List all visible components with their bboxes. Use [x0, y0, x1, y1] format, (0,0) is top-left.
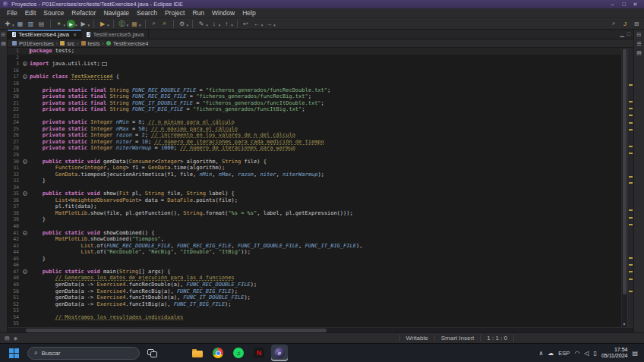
breadcrumb-item-tests[interactable]: tests	[88, 40, 100, 47]
battery-icon[interactable]: ▯	[594, 350, 597, 357]
warning-mark[interactable]	[629, 129, 633, 131]
warning-mark[interactable]	[629, 146, 633, 147]
taskbar-app-eclipse[interactable]: e	[271, 345, 288, 361]
warning-mark[interactable]	[629, 182, 633, 184]
task-view-button[interactable]	[147, 349, 157, 357]
quick-access-icon[interactable]: ⌕	[609, 19, 618, 28]
menu-project[interactable]: Project	[161, 9, 188, 17]
forward-icon-dropdown[interactable]: ▾	[273, 23, 276, 27]
save-all-icon[interactable]: ▥	[27, 19, 36, 28]
taskbar-app-spotify[interactable]: ♫	[230, 345, 247, 361]
back-icon-dropdown[interactable]: ▾	[261, 23, 264, 27]
fold-marker[interactable]: −	[21, 191, 28, 196]
warning-mark[interactable]	[629, 264, 633, 266]
folded-region-box[interactable]	[102, 62, 107, 66]
fold-marker[interactable]: −	[21, 269, 28, 274]
coverage-icon-dropdown[interactable]: ▾	[107, 23, 109, 27]
language-indicator[interactable]: ESP	[558, 350, 570, 357]
close-button[interactable]: ✕	[630, 0, 641, 8]
fold-marker[interactable]: −	[21, 74, 28, 79]
warning-mark[interactable]	[629, 108, 633, 109]
warning-mark[interactable]	[629, 101, 633, 102]
forward-icon[interactable]: →	[264, 19, 273, 28]
new-package-icon-dropdown[interactable]: ▾	[139, 23, 141, 27]
maximize-view-icon[interactable]: □	[627, 31, 630, 37]
warning-mark[interactable]	[629, 291, 633, 292]
fold-marker[interactable]: +	[21, 61, 28, 66]
taskbar-clock[interactable]: 17:54 05/11/2024	[601, 347, 628, 359]
taskbar-app-netflix[interactable]: N	[251, 345, 267, 361]
menu-refactor[interactable]: Refactor	[68, 9, 99, 17]
package-explorer-icon[interactable]: ▤	[1, 41, 6, 47]
menu-edit[interactable]: Edit	[21, 9, 40, 17]
editor[interactable]: 1package tests;23+import java.util.List;…	[8, 48, 633, 327]
warning-mark[interactable]	[629, 279, 633, 280]
debug-icon[interactable]: ✶	[55, 19, 64, 28]
warning-mark[interactable]	[629, 122, 633, 124]
open-perspective-icon[interactable]: ⊞	[632, 19, 641, 28]
warning-mark[interactable]	[629, 176, 633, 178]
warning-mark[interactable]	[629, 257, 633, 259]
open-type-icon[interactable]: ⌕	[150, 19, 159, 28]
new-java-class-icon-dropdown[interactable]: ▾	[127, 23, 129, 27]
onedrive-icon[interactable]: ☁	[548, 350, 554, 357]
minimize-button[interactable]: –	[607, 0, 618, 8]
fold-marker[interactable]: −	[21, 231, 28, 235]
back-icon[interactable]: ←	[252, 19, 261, 28]
chevron-up-icon[interactable]: ∧	[539, 350, 544, 357]
external-tools-icon-dropdown[interactable]: ▾	[187, 23, 189, 27]
menu-window[interactable]: Window	[208, 9, 238, 17]
warning-mark[interactable]	[629, 271, 633, 272]
tab-close-icon[interactable]: ✕	[73, 32, 77, 37]
menu-navigate[interactable]: Navigate	[99, 9, 133, 17]
coverage-icon[interactable]: ▶	[98, 19, 107, 28]
run-icon[interactable]: ▶	[67, 20, 75, 28]
run-external-icon-dropdown[interactable]: ▾	[88, 23, 90, 27]
start-button[interactable]	[5, 345, 23, 361]
warning-mark[interactable]	[629, 224, 633, 225]
volume-icon[interactable]: ◁	[584, 350, 589, 357]
external-tools-icon[interactable]: ⚙	[178, 19, 187, 28]
next-annotation-icon[interactable]: ↓	[210, 19, 219, 28]
warning-mark[interactable]	[629, 153, 633, 154]
new-wizard-icon-dropdown[interactable]: ▾	[12, 23, 14, 27]
notification-center-icon[interactable]: ▤	[632, 350, 639, 357]
new-package-icon[interactable]: ▦	[130, 19, 139, 28]
tab-TestExercise5.java[interactable]: JTestExercise5.java	[82, 30, 149, 39]
minimize-view-icon[interactable]: ▁	[620, 31, 623, 37]
outline-view-icon[interactable]: ☰	[636, 41, 641, 47]
run-external-icon[interactable]: ▶	[79, 19, 88, 28]
taskbar-app-file-explorer[interactable]	[189, 345, 206, 361]
prev-annotation-icon-dropdown[interactable]: ▾	[231, 23, 233, 27]
menu-run[interactable]: Run	[188, 9, 208, 17]
next-annotation-icon-dropdown[interactable]: ▾	[219, 23, 221, 27]
horizontal-scrollbar[interactable]	[8, 327, 633, 332]
run-icon-dropdown[interactable]: ▾	[75, 23, 77, 27]
new-java-class-icon[interactable]: Ⓒ	[118, 19, 127, 28]
vertical-scrollbar[interactable]	[621, 48, 627, 327]
breadcrumb-item-TestExercise4[interactable]: TestExercise4	[113, 40, 149, 47]
scroll-down-arrow[interactable]: ▼	[621, 321, 627, 327]
menu-file[interactable]: File	[3, 9, 21, 17]
tab-TestExercise4.java[interactable]: JTestExercise4.java✕	[8, 30, 82, 39]
warning-mark[interactable]	[629, 115, 633, 116]
menu-source[interactable]: Source	[39, 9, 68, 17]
wifi-icon[interactable]: ◠	[574, 350, 579, 357]
new-wizard-icon[interactable]: ✚	[3, 19, 12, 28]
menu-search[interactable]: Search	[133, 9, 161, 17]
taskbar-search[interactable]: ⌕ Buscar	[27, 347, 140, 360]
vertical-scroll-thumb[interactable]	[623, 49, 627, 294]
java-perspective-icon[interactable]: J	[620, 19, 630, 28]
print-icon[interactable]: ▤	[37, 19, 46, 28]
breadcrumb-item-src[interactable]: src	[67, 40, 74, 47]
debug-icon-dropdown[interactable]: ▾	[64, 23, 66, 27]
last-edit-location-icon[interactable]: ↩	[242, 19, 251, 28]
fold-marker[interactable]: −	[21, 159, 28, 164]
maximize-button[interactable]: □	[618, 0, 630, 8]
save-icon[interactable]: ▦	[16, 19, 25, 28]
annotations-icon-dropdown[interactable]: ▾	[206, 23, 208, 27]
prev-annotation-icon[interactable]: ↑	[222, 19, 231, 28]
warning-mark[interactable]	[629, 209, 633, 211]
restore-left-panel-icon[interactable]: ⊟	[2, 32, 6, 38]
code-area[interactable]: 1package tests;23+import java.util.List;…	[8, 48, 621, 327]
